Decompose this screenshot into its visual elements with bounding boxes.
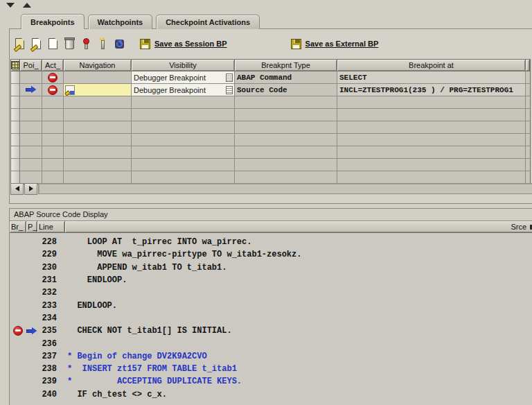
empty-cell: [526, 134, 530, 146]
visibility-value: Debugger Breakpoint: [132, 74, 206, 82]
code-line-228[interactable]: 228 LOOP AT t_pirrec INTO wa_pirrec.: [10, 236, 532, 248]
tabstrip: Breakpoints Watchpoints Checkpoint Activ…: [21, 15, 260, 29]
row-selector[interactable]: [11, 171, 20, 184]
row-selector[interactable]: [11, 84, 20, 96]
empty-cell: [235, 159, 337, 171]
scrollbar-track[interactable]: [38, 183, 532, 194]
save-as-session-bp-label: Save as Session BP: [154, 40, 227, 48]
row-selector[interactable]: [11, 134, 20, 146]
column-header-breakpoint-at[interactable]: Breakpoint at: [337, 60, 526, 71]
edit-button[interactable]: [14, 38, 26, 50]
breakpoint-row[interactable]: Debugger BreakpointABAP CommandSELECT: [11, 71, 530, 84]
code-line-233[interactable]: 233 ENDLOOP.: [10, 299, 532, 311]
active-breakpoint-stop-icon[interactable]: [48, 85, 57, 95]
visibility-detail-icon[interactable]: [226, 86, 233, 94]
code-line-232[interactable]: 232: [10, 286, 532, 299]
navigation-cell[interactable]: [64, 84, 132, 96]
code-line-235[interactable]: 235 CHECK NOT t_itab1[] IS INITIAL.: [10, 325, 532, 337]
collapse-triangle-down-icon[interactable]: [6, 3, 15, 8]
tab-checkpoint-activations[interactable]: Checkpoint Activations: [156, 15, 260, 29]
visibility-detail-icon[interactable]: [226, 74, 233, 82]
code-line-231[interactable]: 231 ENDLOOP.: [10, 274, 532, 286]
set-breakpoint-button[interactable]: [80, 38, 92, 50]
code-line-237[interactable]: 237* Begin of change DV2K9A2CVO: [10, 350, 532, 363]
breakpnt-type-cell[interactable]: ABAP Command: [235, 71, 337, 84]
empty-cell: [526, 109, 530, 121]
code-line-234[interactable]: 234: [10, 312, 532, 325]
column-header-breakpnt-type[interactable]: Breakpnt Type: [235, 60, 337, 71]
column-header-br[interactable]: Br_: [10, 221, 26, 233]
breakpoint-row[interactable]: Debugger BreakpointSource CodeINCL=ZTEST…: [11, 84, 530, 96]
scroll-left-button[interactable]: [10, 183, 24, 195]
breakpoint-at-cell[interactable]: INCL=ZTESTPROG1(235 ) / PRG=ZTESTPROG1: [337, 84, 526, 96]
empty-cell: [337, 96, 526, 109]
act-cell[interactable]: [42, 71, 64, 84]
column-header-poi[interactable]: Poi_: [20, 60, 42, 71]
empty-row[interactable]: [11, 121, 530, 134]
tab-watchpoints[interactable]: Watchpoints: [88, 15, 153, 29]
poi-cell[interactable]: [20, 71, 42, 84]
column-header-act-label: Act_: [45, 61, 60, 69]
source-code-panel: ABAP Source Code Display Br_ P_ Line Src…: [9, 208, 532, 405]
empty-cell: [20, 121, 42, 134]
breakpoint-at-cell[interactable]: SELECT: [337, 71, 526, 84]
code-line-238[interactable]: 238* INSERT zt157 FROM TABLE t_itab1: [10, 363, 532, 375]
empty-row[interactable]: [11, 134, 530, 146]
column-header-navigation-label: Navigation: [80, 61, 116, 69]
copy-button[interactable]: [30, 38, 42, 50]
code-line-240[interactable]: 240 IF ch_test <> c_x.: [10, 388, 532, 401]
breakpoints-panel: Save as Session BP Save as External BP P…: [9, 28, 532, 204]
breakpoint-stop-icon[interactable]: [13, 326, 23, 336]
create-button[interactable]: [47, 38, 59, 50]
line-number: 237: [37, 352, 57, 361]
row-selector[interactable]: [11, 109, 20, 121]
save-as-external-bp-button[interactable]: Save as External BP: [291, 39, 379, 49]
empty-row[interactable]: [11, 96, 530, 109]
delete-button[interactable]: [64, 38, 76, 50]
row-selector[interactable]: [11, 121, 20, 134]
code-line-229[interactable]: 229 MOVE wa_pirrec-pirtype TO w_itab1-ze…: [10, 248, 532, 261]
breakpoint-column-cell[interactable]: [10, 326, 26, 336]
empty-row[interactable]: [11, 109, 530, 121]
column-header-breakpoint-at-label: Breakpoint at: [409, 61, 454, 69]
code-line-236[interactable]: 236: [10, 337, 532, 350]
column-header-srce[interactable]: Srce: [65, 221, 532, 233]
save-as-session-bp-button[interactable]: Save as Session BP: [140, 39, 227, 49]
visibility-cell[interactable]: Debugger Breakpoint: [132, 71, 235, 84]
act-cell[interactable]: [42, 84, 64, 96]
column-header-breakpnt-type-label: Breakpnt Type: [261, 61, 310, 69]
row-selector[interactable]: [11, 96, 20, 109]
expand-triangle-up-icon[interactable]: [23, 3, 31, 8]
code-line-239[interactable]: 239* ACCEPTING DUPLICATE KEYS.: [10, 375, 532, 388]
navigate-to-source-icon[interactable]: [65, 85, 75, 95]
row-selector[interactable]: [11, 146, 20, 159]
row-selector[interactable]: [11, 71, 20, 84]
tab-breakpoints[interactable]: Breakpoints: [21, 14, 85, 29]
code-text: * Begin of change DV2K9A2CVO: [67, 352, 207, 361]
column-header-line[interactable]: Line: [37, 221, 65, 233]
column-header-navigation[interactable]: Navigation: [64, 60, 132, 71]
visibility-cell[interactable]: Debugger Breakpoint: [132, 84, 235, 96]
row-selector[interactable]: [11, 159, 20, 171]
breakpnt-type-cell[interactable]: Source Code: [235, 84, 337, 96]
code-line-230[interactable]: 230 APPEND w_itab1 TO t_itab1.: [10, 261, 532, 274]
empty-cell: [64, 159, 132, 171]
column-header-visibility[interactable]: Visibility: [132, 60, 235, 71]
empty-cell: [132, 96, 235, 109]
save-as-external-bp-label: Save as External BP: [305, 40, 379, 48]
remove-breakpoint-button[interactable]: [97, 38, 109, 50]
active-breakpoint-stop-icon[interactable]: [48, 73, 57, 83]
empty-row[interactable]: [11, 171, 530, 184]
refresh-button[interactable]: [114, 38, 125, 50]
current-position-arrow-icon: [26, 86, 36, 94]
column-header-act[interactable]: Act_: [42, 60, 64, 71]
empty-row[interactable]: [11, 146, 530, 159]
select-all-corner[interactable]: [11, 60, 20, 71]
scroll-right-button[interactable]: [24, 183, 37, 195]
code-text: ENDLOOP.: [67, 301, 117, 311]
empty-row[interactable]: [11, 159, 530, 171]
column-header-p[interactable]: P_: [26, 221, 37, 233]
navigation-cell[interactable]: [64, 71, 132, 84]
poi-cell[interactable]: [20, 84, 42, 96]
code-text: IF ch_test <> c_x.: [67, 390, 167, 399]
